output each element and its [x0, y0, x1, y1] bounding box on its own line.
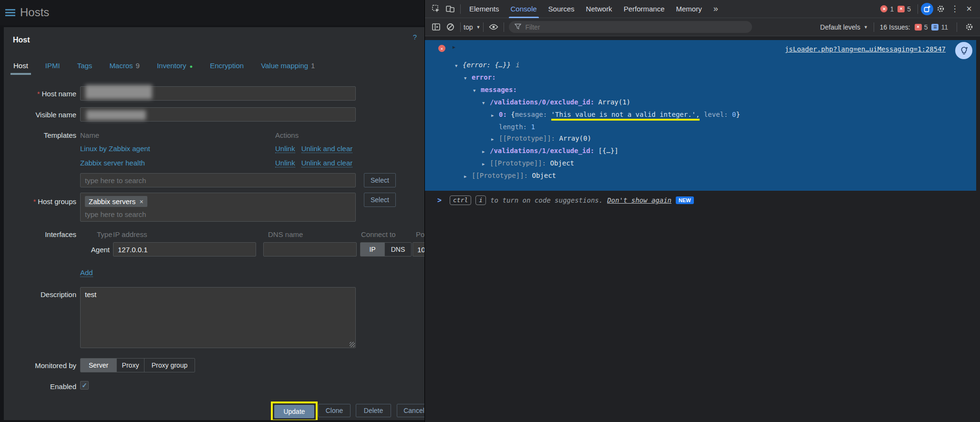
monitored-server-button[interactable]: Server — [81, 359, 116, 372]
console-error-message[interactable]: ✕ ▶ jsLoader.php?lang=en…uiMessaging=1:2… — [425, 40, 976, 191]
tab-ipmi[interactable]: IPMI — [45, 62, 60, 75]
tab-tags[interactable]: Tags — [77, 62, 93, 75]
clone-button[interactable]: Clone — [318, 404, 351, 417]
host-groups-multiselect[interactable]: Zabbix servers × type here to search — [80, 193, 356, 222]
required-asterisk: * — [33, 198, 36, 206]
cancel-button[interactable]: Cancel — [397, 404, 424, 417]
tree-row[interactable]: ▼messages: — [425, 84, 976, 96]
tab-sources[interactable]: Sources — [543, 0, 580, 18]
log-levels-dropdown[interactable]: Default levels ▼ — [820, 23, 868, 31]
check-icon: ✓ — [82, 381, 87, 389]
help-icon[interactable]: ? — [413, 33, 417, 41]
close-devtools-icon[interactable]: × — [962, 2, 976, 16]
inventory-dot-icon: ● — [190, 63, 193, 69]
template-search-input[interactable] — [80, 173, 356, 187]
unlink-link[interactable]: Unlink — [275, 159, 295, 167]
tab-performance[interactable]: Performance — [618, 0, 671, 18]
tree-row[interactable]: ▼/validations/0/exclude_id: Array(1) — [425, 96, 976, 109]
filter-input[interactable] — [525, 23, 746, 31]
tab-macros[interactable]: Macros9 — [109, 62, 140, 75]
tree-row-validation-message[interactable]: ▶0: {message: 'This value is not a valid… — [425, 109, 976, 121]
collapse-icon: ▼ — [473, 85, 481, 96]
device-toolbar-icon[interactable] — [443, 2, 457, 16]
unlink-and-clear-link[interactable]: Unlink and clear — [301, 159, 353, 167]
console-prompt-icon[interactable]: > — [437, 196, 442, 205]
console-prompt-row[interactable]: > ctrl i to turn on code suggestions. Do… — [425, 193, 976, 208]
issues-label[interactable]: 16 Issues: — [880, 23, 910, 31]
template-link[interactable]: Linux by Zabbix agent — [80, 144, 150, 153]
ai-assistance-icon[interactable] — [921, 3, 933, 15]
interface-ip-input[interactable] — [113, 242, 256, 257]
template-link[interactable]: Zabbix server health — [80, 159, 145, 167]
connect-ip-button[interactable]: IP — [361, 243, 384, 256]
host-groups-select-button[interactable]: Select — [364, 193, 396, 207]
monitored-proxy-group-button[interactable]: Proxy group — [144, 359, 195, 372]
template-actions: Unlink Unlink and clear — [275, 159, 352, 167]
i-keycap: i — [475, 196, 486, 205]
expand-icon[interactable]: ▶ — [453, 44, 455, 50]
tree-row[interactable]: ▶/validations/1/exclude_id: [{…}] — [425, 145, 976, 157]
settings-gear-icon[interactable] — [933, 2, 948, 16]
more-tabs-icon[interactable]: » — [708, 0, 724, 18]
tab-elements[interactable]: Elements — [464, 0, 505, 18]
issues-count-icon[interactable]: ✕ — [897, 6, 905, 12]
unlink-link[interactable]: Unlink — [275, 144, 295, 153]
tree-row[interactable]: ▼{error: {…}}i — [425, 59, 976, 72]
more-options-icon[interactable]: ⋮ — [948, 2, 962, 16]
interface-add-link[interactable]: Add — [80, 268, 93, 277]
expand-icon: ▶ — [491, 110, 499, 121]
tab-network[interactable]: Network — [580, 0, 618, 18]
monitored-proxy-button[interactable]: Proxy — [116, 359, 144, 372]
host-name-input[interactable] — [80, 86, 356, 101]
tab-value-mapping[interactable]: Value mapping1 — [261, 62, 315, 75]
issue-count: 5 — [907, 5, 911, 13]
dont-show-again-link[interactable]: Don't show again — [607, 196, 671, 204]
zabbix-header: Hosts — [0, 0, 424, 25]
tree-row[interactable]: ▶[[Prototype]]: Object — [425, 157, 976, 170]
host-groups-search[interactable]: type here to search — [85, 210, 351, 218]
template-select-button[interactable]: Select — [364, 173, 396, 187]
tab-console[interactable]: Console — [505, 0, 543, 18]
console-filter[interactable] — [509, 21, 752, 33]
issues-message-count: 11 — [941, 23, 948, 31]
tab-encryption[interactable]: Encryption — [210, 62, 244, 75]
resize-handle[interactable] — [350, 342, 355, 347]
description-textarea[interactable]: test — [80, 287, 356, 348]
tree-row[interactable]: length: 1 — [425, 121, 976, 133]
chip-remove-icon[interactable]: × — [139, 198, 143, 206]
visible-name-input[interactable] — [80, 107, 356, 122]
connect-dns-button[interactable]: DNS — [384, 243, 411, 256]
enabled-label: Enabled — [4, 382, 76, 391]
console-error-count-icon[interactable]: ✕ — [880, 5, 887, 12]
suggestion-hint-text: to turn on code suggestions. — [490, 196, 603, 204]
source-link[interactable]: jsLoader.php?lang=en…uiMessaging=1:28547 — [785, 45, 946, 53]
tab-memory[interactable]: Memory — [671, 0, 708, 18]
live-expression-eye-icon[interactable] — [486, 20, 501, 34]
delete-button[interactable]: Delete — [356, 404, 391, 417]
menu-icon[interactable] — [5, 9, 15, 18]
ctrl-keycap: ctrl — [450, 196, 471, 205]
interface-port-input[interactable] — [413, 242, 424, 257]
enabled-checkbox[interactable]: ✓ — [80, 381, 89, 390]
unlink-and-clear-link[interactable]: Unlink and clear — [301, 144, 353, 153]
tree-row[interactable]: ▶[[Prototype]]: Object — [425, 170, 976, 182]
interface-dns-input[interactable] — [263, 242, 357, 257]
tree-row[interactable]: ▼error: — [425, 72, 976, 84]
inspect-element-icon[interactable] — [429, 2, 443, 16]
connect-to-toggle: IP DNS — [360, 242, 412, 257]
divider — [504, 22, 504, 32]
context-selector[interactable]: top ▼ — [464, 23, 480, 31]
ai-explain-bulb-icon[interactable] — [955, 42, 972, 59]
console-sidebar-icon[interactable] — [429, 20, 443, 34]
redacted-host-name — [85, 85, 152, 99]
tab-inventory[interactable]: Inventory● — [157, 62, 193, 75]
clear-console-icon[interactable] — [443, 20, 457, 34]
divider — [483, 22, 484, 32]
console-toolbar: top ▼ Default levels ▼ 16 Issues: ✕ 5 ☰ … — [425, 18, 980, 36]
console-settings-gear-icon[interactable] — [962, 20, 976, 34]
interface-type-agent: Agent — [76, 246, 110, 254]
tree-row[interactable]: ▶[[Prototype]]: Array(0) — [425, 133, 976, 145]
tab-host[interactable]: Host — [13, 62, 28, 75]
update-button[interactable]: Update — [274, 405, 314, 418]
value-mapping-count: 1 — [311, 62, 315, 70]
